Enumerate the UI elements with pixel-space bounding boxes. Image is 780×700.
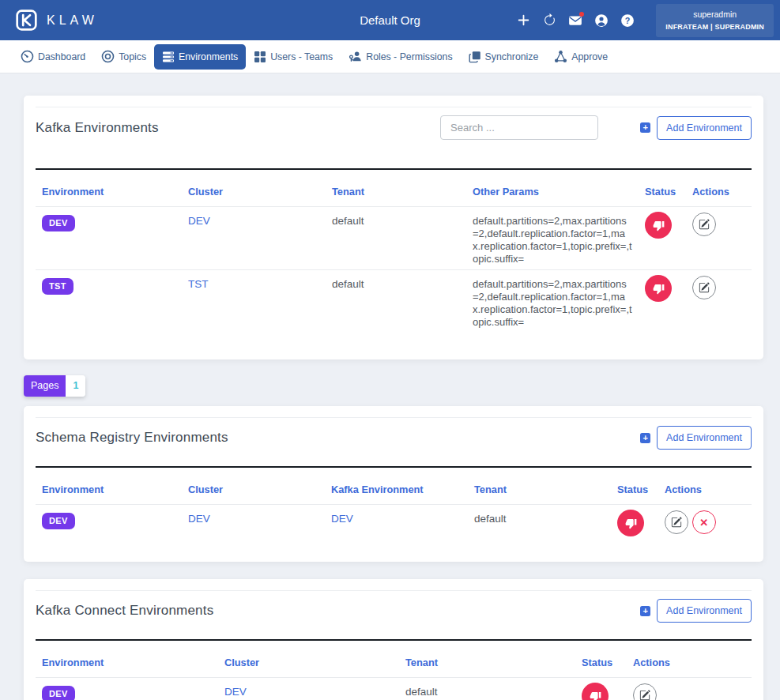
column-header: Actions bbox=[686, 169, 752, 207]
tab-users-teams[interactable]: Users - Teams bbox=[246, 44, 341, 70]
grid-icon bbox=[254, 51, 266, 63]
org-title: Default Org bbox=[360, 13, 420, 27]
table-row: DEV DEV DEV default ✕ bbox=[36, 505, 752, 541]
mail-icon[interactable] bbox=[568, 13, 582, 28]
schema-registry-table: Environment Cluster Kafka Environment Te… bbox=[36, 466, 752, 540]
tab-topics[interactable]: Topics bbox=[93, 43, 154, 70]
svg-text:?: ? bbox=[625, 15, 631, 24]
schema-registry-card: Schema Registry Environments + Add Envir… bbox=[24, 406, 763, 562]
column-header: Status bbox=[639, 169, 686, 207]
kafka-environment-link[interactable]: DEV bbox=[331, 513, 353, 525]
column-header: Status bbox=[611, 467, 658, 505]
status-thumbs-down-icon[interactable] bbox=[617, 510, 644, 536]
user-team: INFRATEAM | SUPERADMIN bbox=[665, 23, 764, 31]
target-icon bbox=[101, 50, 115, 63]
column-header: Other Params bbox=[466, 169, 639, 207]
schema-registry-title: Schema Registry Environments bbox=[36, 430, 228, 446]
card-divider bbox=[36, 590, 752, 591]
card-divider bbox=[36, 107, 752, 107]
search-input[interactable] bbox=[440, 115, 598, 140]
cluster-link[interactable]: DEV bbox=[188, 215, 210, 227]
klaw-logo-icon bbox=[16, 9, 37, 31]
brand[interactable]: KLAW bbox=[16, 9, 98, 31]
card-divider bbox=[36, 417, 752, 418]
kafka-connect-table: Environment Cluster Tenant Status Action… bbox=[36, 639, 752, 700]
column-header: Tenant bbox=[326, 169, 466, 207]
tab-roles-permissions[interactable]: Roles - Permissions bbox=[341, 43, 460, 70]
person-key-icon bbox=[349, 50, 362, 63]
tenant-cell: default bbox=[399, 678, 575, 700]
edit-button[interactable] bbox=[633, 683, 657, 700]
column-header: Actions bbox=[658, 467, 752, 505]
column-header: Tenant bbox=[468, 467, 611, 505]
tab-approve[interactable]: Approve bbox=[546, 43, 616, 70]
add-environment-icon[interactable]: + bbox=[640, 122, 650, 133]
refresh-icon[interactable] bbox=[542, 13, 556, 28]
tab-environments[interactable]: Environments bbox=[154, 44, 246, 70]
other-params-cell: default.partitions=2,max.partitions=2,de… bbox=[473, 215, 632, 265]
environment-badge: DEV bbox=[42, 686, 75, 700]
tenant-cell: default bbox=[326, 207, 466, 270]
column-header: Environment bbox=[36, 467, 182, 505]
edit-button[interactable] bbox=[692, 213, 716, 236]
tab-synchronize[interactable]: Synchronize bbox=[461, 44, 547, 70]
help-icon[interactable]: ? bbox=[620, 13, 635, 28]
column-header: Cluster bbox=[182, 169, 326, 207]
add-environment-button[interactable]: Add Environment bbox=[657, 599, 752, 623]
kafka-environments-title: Kafka Environments bbox=[36, 120, 159, 136]
environment-badge: DEV bbox=[42, 513, 75, 529]
edit-button[interactable] bbox=[692, 276, 716, 299]
page-1-button[interactable]: 1 bbox=[66, 375, 85, 397]
add-environment-button[interactable]: Add Environment bbox=[657, 426, 752, 450]
server-icon bbox=[162, 51, 175, 63]
column-header: Cluster bbox=[182, 467, 325, 505]
column-header: Kafka Environment bbox=[325, 467, 468, 505]
kafka-environments-card: Kafka Environments + Add Environment Env… bbox=[24, 96, 763, 359]
status-thumbs-down-icon[interactable] bbox=[645, 212, 672, 239]
kafka-connect-title: Kafka Connect Environments bbox=[36, 603, 213, 619]
table-row: TST TST default default.partitions=2,max… bbox=[36, 270, 752, 333]
edit-button[interactable] bbox=[665, 510, 688, 534]
navbar-actions: ? superadmin INFRATEAM | SUPERADMIN bbox=[516, 4, 774, 37]
tenant-cell: default bbox=[326, 270, 466, 333]
kafka-environments-table: Environment Cluster Tenant Other Params … bbox=[36, 168, 752, 333]
tenant-cell: default bbox=[468, 505, 611, 541]
column-header: Environment bbox=[36, 169, 182, 207]
user-menu[interactable]: superadmin INFRATEAM | SUPERADMIN bbox=[656, 4, 774, 37]
tab-dashboard[interactable]: Dashboard bbox=[13, 43, 93, 70]
mail-notification-badge bbox=[579, 12, 584, 17]
add-environment-icon[interactable]: + bbox=[640, 606, 650, 616]
copy-icon bbox=[469, 51, 481, 63]
add-environment-button[interactable]: Add Environment bbox=[657, 116, 752, 140]
cluster-link[interactable]: DEV bbox=[188, 513, 210, 525]
top-navbar: KLAW Default Org ? superadmin INFRATEAM … bbox=[0, 0, 780, 40]
user-icon[interactable] bbox=[594, 13, 609, 28]
status-thumbs-down-icon[interactable] bbox=[645, 275, 672, 302]
cluster-link[interactable]: TST bbox=[188, 278, 209, 290]
column-header: Tenant bbox=[399, 640, 575, 678]
add-environment-icon[interactable]: + bbox=[640, 433, 650, 443]
column-header: Environment bbox=[36, 640, 218, 678]
share-network-icon bbox=[554, 50, 567, 63]
environment-badge: TST bbox=[42, 278, 73, 295]
table-row: DEV DEV default bbox=[36, 678, 752, 700]
cluster-link[interactable]: DEV bbox=[224, 686, 247, 698]
column-header: Cluster bbox=[218, 640, 399, 678]
speedometer-icon bbox=[21, 50, 34, 63]
status-thumbs-down-icon[interactable] bbox=[582, 683, 609, 700]
column-header: Actions bbox=[627, 640, 752, 678]
brand-name: KLAW bbox=[47, 13, 98, 28]
kafka-connect-card: Kafka Connect Environments + Add Environ… bbox=[24, 579, 763, 700]
environment-badge: DEV bbox=[42, 215, 75, 231]
main-nav: Dashboard Topics Environments Users - Te… bbox=[0, 40, 780, 73]
user-name: superadmin bbox=[665, 9, 764, 19]
pages-button[interactable]: Pages bbox=[24, 375, 66, 397]
other-params-cell: default.partitions=2,max.partitions=2,de… bbox=[473, 278, 632, 329]
table-row: DEV DEV default default.partitions=2,max… bbox=[36, 207, 752, 270]
delete-button[interactable]: ✕ bbox=[692, 510, 716, 534]
pagination: Pages 1 bbox=[24, 375, 85, 397]
column-header: Status bbox=[575, 640, 627, 678]
add-icon[interactable] bbox=[516, 13, 530, 28]
page-content: Kafka Environments + Add Environment Env… bbox=[0, 73, 780, 700]
